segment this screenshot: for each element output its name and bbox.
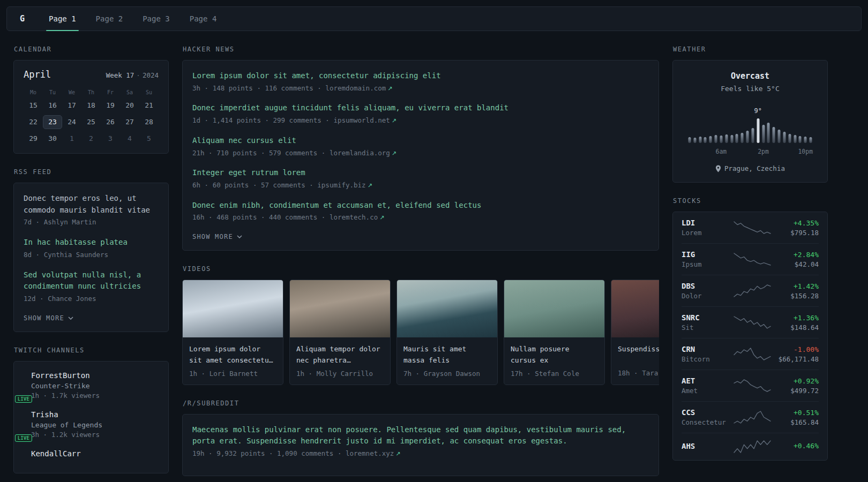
stock-row[interactable]: IIG Ipsum +2.84% $42.04 — [682, 243, 819, 275]
page-tab[interactable]: Page 2 — [93, 7, 126, 31]
video-card[interactable]: Suspendisse diam 18h · Tara — [611, 280, 659, 385]
rss-item-link[interactable]: In hac habitasse platea — [24, 237, 159, 248]
hackernews-item-link[interactable]: Lorem ipsum dolor sit amet, consectetur … — [192, 70, 649, 82]
rss-item: Sed volutpat nulla nisl, a condimentum n… — [24, 269, 159, 304]
item-domain-link[interactable]: loremtech.co↗ — [330, 213, 385, 221]
rss-item-meta: 7d · Ashlyn Martin — [24, 217, 159, 228]
video-title: Suspendisse diam — [618, 344, 659, 366]
stock-row[interactable]: CCS Consectetur +0.51% $165.84 — [682, 401, 819, 433]
item-domain-link[interactable]: loremnet.xyz↗ — [346, 449, 401, 457]
weather-hourly-chart: 9° — [687, 107, 813, 143]
channel-name: KendallCarr — [31, 449, 81, 458]
rss-widget: Donec tempor eros leo, ut commodo mauris… — [13, 183, 169, 332]
hackernews-widget: Lorem ipsum dolor sit amet, consectetur … — [182, 60, 659, 251]
left-column: CALENDAR April Week 17·2024 MoTuWeThFrSa… — [13, 31, 169, 473]
chevron-down-icon — [68, 317, 73, 320]
external-link-icon: ↗ — [387, 85, 392, 92]
stock-row[interactable]: DBS Dolor +1.42% $156.28 — [682, 275, 819, 306]
page-tab[interactable]: Page 1 — [46, 7, 79, 31]
item-domain: loremlandia.org — [330, 149, 390, 157]
stock-change: +1.42% — [772, 282, 819, 290]
weather-hour-bar — [741, 133, 744, 143]
video-title: Nullam posuere cursus ex — [511, 344, 598, 366]
twitch-channel-row[interactable]: KendallCarr — [24, 449, 159, 460]
calendar-day-cell: 15 — [24, 99, 43, 112]
stock-right: +1.42% $156.28 — [772, 282, 819, 300]
stock-name: Lorem — [682, 229, 733, 237]
video-card[interactable]: Lorem ipsum dolor sit amet consectetu… 1… — [182, 280, 283, 385]
rss-item: Donec tempor eros leo, ut commodo mauris… — [24, 193, 159, 228]
page-tab[interactable]: Page 4 — [187, 7, 220, 31]
item-domain-link[interactable]: loremdomain.com↗ — [325, 84, 392, 92]
item-stats: 21h · 710 points · 579 comments · — [192, 149, 325, 157]
hackernews-item: Aliquam nec cursus elit 21h · 710 points… — [192, 135, 649, 158]
weather-hour-bar — [810, 137, 812, 143]
stock-change: +1.36% — [772, 314, 819, 322]
stock-row[interactable]: CRN Bitcorn -1.00% $66,171.48 — [682, 338, 819, 370]
show-more-label: SHOW MORE — [192, 233, 233, 240]
app-logo[interactable]: G — [20, 7, 25, 31]
weather-condition: Overcast — [683, 71, 818, 81]
stock-sparkline — [733, 379, 772, 393]
item-domain-link[interactable]: ipsumify.biz↗ — [317, 181, 372, 189]
page-tab[interactable]: Page 3 — [140, 7, 173, 31]
hackernews-list: Lorem ipsum dolor sit amet, consectetur … — [192, 70, 649, 223]
calendar-day-cell: 2 — [81, 132, 101, 146]
channel-name: Trisha — [31, 410, 102, 419]
rss-item-link[interactable]: Sed volutpat nulla nisl, a condimentum n… — [24, 269, 159, 292]
video-card[interactable]: Aliquam tempor dolor nec pharetra… 1h · … — [289, 280, 391, 385]
weather-hour-bar — [725, 134, 728, 143]
rss-list: Donec tempor eros leo, ut commodo mauris… — [24, 193, 159, 304]
stock-name: Dolor — [682, 292, 733, 300]
weather-hour-bar — [773, 127, 775, 143]
dashboard-columns: CALENDAR April Week 17·2024 MoTuWeThFrSa… — [0, 31, 868, 476]
hackernews-item-link[interactable]: Aliquam nec cursus elit — [192, 135, 649, 147]
stock-row[interactable]: SNRC Sit +1.36% $148.64 — [682, 306, 819, 338]
video-body: Mauris sit amet massa felis 7h · Grayson… — [397, 337, 497, 385]
rss-item-link[interactable]: Donec tempor eros leo, ut commodo mauris… — [24, 193, 159, 216]
weather-hour-bar — [783, 132, 785, 143]
subreddit-item-link[interactable]: Maecenas mollis pulvinar erat non posuer… — [192, 424, 649, 447]
calendar-day-headers: MoTuWeThFrSaSu — [24, 88, 159, 97]
item-domain-link[interactable]: loremlandia.org↗ — [330, 149, 396, 157]
item-domain-link[interactable]: ipsumworld.net↗ — [333, 116, 396, 124]
videos-row: Lorem ipsum dolor sit amet consectetu… 1… — [182, 280, 659, 385]
stock-row[interactable]: AHS +0.46% — [682, 433, 819, 460]
hackernews-item-link[interactable]: Donec enim nibh, condimentum et accumsan… — [192, 200, 649, 212]
rss-show-more-button[interactable]: SHOW MORE — [24, 313, 73, 324]
live-badge: LIVE — [15, 434, 32, 442]
hackernews-item-link[interactable]: Donec imperdiet augue tincidunt felis al… — [192, 102, 649, 114]
calendar-section-title: CALENDAR — [14, 46, 168, 53]
stock-price: $795.18 — [772, 229, 819, 237]
calendar-week-year: Week 17·2024 — [106, 71, 159, 79]
calendar-day-header: We — [62, 88, 81, 97]
calendar-day-cell: 16 — [43, 99, 62, 112]
stock-name: Consectetur — [682, 418, 733, 426]
weather-hour-bar — [720, 135, 722, 143]
video-body: Lorem ipsum dolor sit amet consectetu… 1… — [183, 337, 283, 385]
weather-time-label: 2pm — [758, 148, 769, 155]
hackernews-show-more-button[interactable]: SHOW MORE — [192, 232, 242, 243]
stock-sparkline — [733, 410, 772, 424]
rss-item: In hac habitasse platea 8d · Cynthia Sau… — [24, 237, 159, 260]
calendar-day-cell: 1 — [62, 132, 81, 146]
stock-row[interactable]: LDI Lorem +4.35% $795.18 — [682, 212, 819, 243]
stock-price: $42.04 — [772, 260, 819, 268]
show-more-label: SHOW MORE — [24, 314, 64, 322]
external-link-icon: ↗ — [395, 450, 400, 457]
stock-row[interactable]: AET Amet +0.92% $499.72 — [682, 370, 819, 401]
stock-sparkline — [733, 284, 772, 298]
stock-right: +2.84% $42.04 — [772, 251, 819, 268]
stock-change: +0.92% — [772, 377, 819, 385]
hackernews-item-link[interactable]: Integer eget rutrum lorem — [192, 167, 649, 179]
hackernews-item: Lorem ipsum dolor sit amet, consectetur … — [192, 70, 649, 93]
video-card[interactable]: Mauris sit amet massa felis 7h · Grayson… — [396, 280, 498, 385]
video-card[interactable]: Nullam posuere cursus ex 17h · Stefan Co… — [504, 280, 605, 385]
twitch-channel-row[interactable]: LIVE ForrestBurton Counter-Strike 1h · 1… — [24, 371, 159, 400]
calendar-day-header: Sa — [120, 88, 139, 97]
stock-left: CCS Consectetur — [682, 408, 733, 426]
channel-info: Trisha League of Legends 3h · 1.2k viewe… — [31, 410, 102, 439]
hackernews-item: Integer eget rutrum lorem 6h · 60 points… — [192, 167, 649, 190]
calendar-day-cell: 20 — [120, 99, 139, 112]
twitch-channel-row[interactable]: LIVE Trisha League of Legends 3h · 1.2k … — [24, 410, 159, 439]
